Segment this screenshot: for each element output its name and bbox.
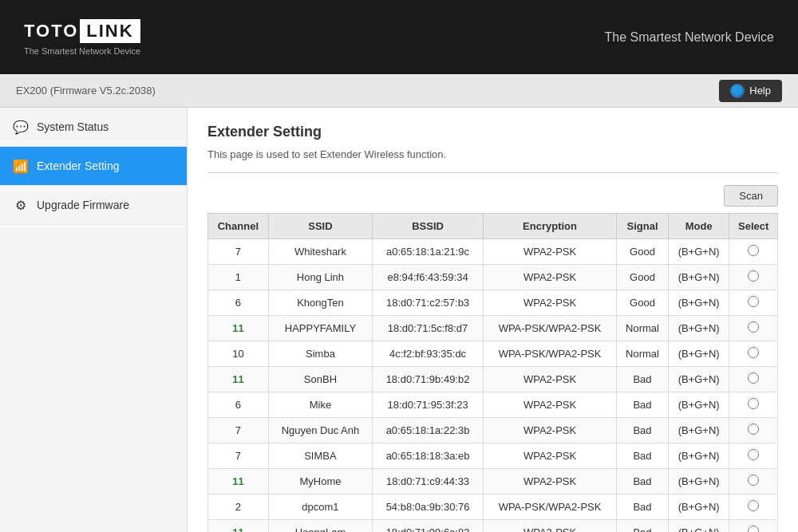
select-radio[interactable] xyxy=(748,321,759,333)
cell-ssid: dpcom1 xyxy=(268,495,372,520)
select-radio[interactable] xyxy=(748,347,759,358)
globe-icon: 🌐 xyxy=(730,84,745,98)
cell-channel: 6 xyxy=(208,392,269,418)
cell-encryption: WPA-PSK/WPA2-PSK xyxy=(483,316,616,341)
table-row: 7 SIMBA a0:65:18:18:3a:eb WPA2-PSK Bad (… xyxy=(208,443,778,469)
cell-select[interactable] xyxy=(729,367,778,392)
cell-bssid: 18:d0:71:99:6a:83 xyxy=(373,520,484,533)
scan-row: Scan xyxy=(207,185,778,207)
help-button[interactable]: 🌐 Help xyxy=(719,80,782,102)
sidebar-item-system-status[interactable]: 💬 System Status xyxy=(0,108,187,147)
cell-encryption: WPA-PSK/WPA2-PSK xyxy=(483,495,616,520)
cell-bssid: 18:d0:71:c9:44:33 xyxy=(373,469,484,495)
select-radio[interactable] xyxy=(748,475,759,486)
logo-brand: TOTO LINK xyxy=(24,19,140,43)
cell-select[interactable] xyxy=(729,443,778,469)
cell-bssid: a0:65:18:18:3a:eb xyxy=(373,443,484,469)
select-radio[interactable] xyxy=(748,245,759,256)
cell-select[interactable] xyxy=(729,392,778,418)
cell-select[interactable] xyxy=(729,341,778,367)
cell-select[interactable] xyxy=(729,316,778,341)
logo-tagline: The Smartest Network Device xyxy=(24,46,140,56)
scan-button[interactable]: Scan xyxy=(724,185,778,207)
upgrade-firmware-icon: ⚙ xyxy=(13,197,29,213)
cell-ssid: Hong Linh xyxy=(268,265,372,290)
sidebar: 💬 System Status 📶 Extender Setting ⚙ Upg… xyxy=(0,108,188,532)
logo-link-text: LINK xyxy=(80,19,140,43)
cell-select[interactable] xyxy=(729,520,778,533)
cell-select[interactable] xyxy=(729,239,778,265)
cell-ssid: SonBH xyxy=(268,367,372,392)
logo-toto-text: TOTO xyxy=(24,21,78,41)
cell-encryption: WPA2-PSK xyxy=(483,469,616,495)
sidebar-item-upgrade-firmware[interactable]: ⚙ Upgrade Firmware xyxy=(0,186,187,225)
cell-encryption: WPA2-PSK xyxy=(483,239,616,265)
cell-signal: Normal xyxy=(617,316,669,341)
table-row: 11 MyHome 18:d0:71:c9:44:33 WPA2-PSK Bad… xyxy=(208,469,778,495)
system-status-icon: 💬 xyxy=(13,119,29,135)
table-row: 10 Simba 4c:f2:bf:93:35:dc WPA-PSK/WPA2-… xyxy=(208,341,778,367)
cell-signal: Bad xyxy=(617,495,669,520)
cell-bssid: 18:d0:71:9b:49:b2 xyxy=(373,367,484,392)
select-radio[interactable] xyxy=(748,424,759,435)
cell-select[interactable] xyxy=(729,418,778,443)
select-radio[interactable] xyxy=(748,449,759,460)
cell-mode: (B+G+N) xyxy=(668,520,729,533)
cell-bssid: 18:d0:71:c2:57:b3 xyxy=(373,290,484,316)
cell-channel: 10 xyxy=(208,341,269,367)
sidebar-label-extender-setting: Extender Setting xyxy=(37,160,120,172)
cell-mode: (B+G+N) xyxy=(668,495,729,520)
cell-encryption: WPA2-PSK xyxy=(483,290,616,316)
table-row: 7 Whiteshark a0:65:18:1a:21:9c WPA2-PSK … xyxy=(208,239,778,265)
cell-encryption: WPA2-PSK xyxy=(483,443,616,469)
cell-select[interactable] xyxy=(729,495,778,520)
cell-bssid: 4c:f2:bf:93:35:dc xyxy=(373,341,484,367)
cell-channel: 11 xyxy=(208,469,269,495)
cell-signal: Good xyxy=(617,265,669,290)
cell-select[interactable] xyxy=(729,290,778,316)
cell-mode: (B+G+N) xyxy=(668,418,729,443)
cell-mode: (B+G+N) xyxy=(668,392,729,418)
table-row: 11 HoangLam 18:d0:71:99:6a:83 WPA2-PSK B… xyxy=(208,520,778,533)
cell-signal: Good xyxy=(617,290,669,316)
sidebar-item-extender-setting[interactable]: 📶 Extender Setting xyxy=(0,147,187,186)
col-bssid: BSSID xyxy=(373,214,484,239)
cell-mode: (B+G+N) xyxy=(668,367,729,392)
cell-channel: 11 xyxy=(208,520,269,533)
cell-bssid: 18:d0:71:95:3f:23 xyxy=(373,392,484,418)
cell-mode: (B+G+N) xyxy=(668,443,729,469)
cell-ssid: Whiteshark xyxy=(268,239,372,265)
cell-bssid: 18:d0:71:5c:f8:d7 xyxy=(373,316,484,341)
cell-select[interactable] xyxy=(729,469,778,495)
select-radio[interactable] xyxy=(748,398,759,409)
page-title: Extender Setting xyxy=(207,124,778,140)
cell-channel: 11 xyxy=(208,367,269,392)
cell-ssid: Mike xyxy=(268,392,372,418)
cell-encryption: WPA2-PSK xyxy=(483,520,616,533)
cell-mode: (B+G+N) xyxy=(668,290,729,316)
cell-encryption: WPA2-PSK xyxy=(483,392,616,418)
cell-encryption: WPA2-PSK xyxy=(483,367,616,392)
cell-signal: Bad xyxy=(617,443,669,469)
select-radio[interactable] xyxy=(748,526,759,532)
select-radio[interactable] xyxy=(748,500,759,511)
header-title: The Smartest Network Device xyxy=(604,30,774,45)
cell-encryption: WPA2-PSK xyxy=(483,418,616,443)
col-mode: Mode xyxy=(668,214,729,239)
table-row: 7 Nguyen Duc Anh a0:65:18:1a:22:3b WPA2-… xyxy=(208,418,778,443)
cell-signal: Bad xyxy=(617,367,669,392)
cell-select[interactable] xyxy=(729,265,778,290)
table-row: 11 HAPPYFAMILY 18:d0:71:5c:f8:d7 WPA-PSK… xyxy=(208,316,778,341)
cell-ssid: Simba xyxy=(268,341,372,367)
cell-channel: 6 xyxy=(208,290,269,316)
cell-ssid: SIMBA xyxy=(268,443,372,469)
select-radio[interactable] xyxy=(748,372,759,384)
cell-mode: (B+G+N) xyxy=(668,341,729,367)
cell-bssid: a0:65:18:1a:22:3b xyxy=(373,418,484,443)
content-area: Extender Setting This page is used to se… xyxy=(188,108,798,532)
select-radio[interactable] xyxy=(748,270,759,282)
select-radio[interactable] xyxy=(748,296,759,307)
table-row: 1 Hong Linh e8:94:f6:43:59:34 WPA2-PSK G… xyxy=(208,265,778,290)
firmware-label: EX200 (Firmware V5.2c.2038) xyxy=(16,85,156,97)
cell-channel: 7 xyxy=(208,239,269,265)
